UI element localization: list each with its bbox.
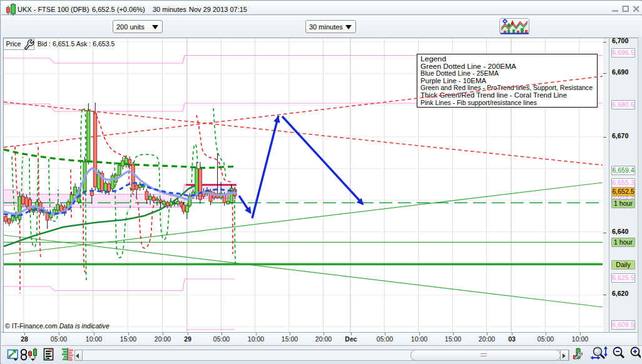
- svg-text:Green and Red lines - ProTrend: Green and Red lines - ProTrend lines, Su…: [420, 84, 593, 91]
- svg-text:Price: Price: [6, 40, 21, 48]
- svg-text:Legend: Legend: [420, 55, 446, 63]
- svg-text:Bid : 6,651.5 Ask : 6,653.5: Bid : 6,651.5 Ask : 6,653.5: [38, 40, 115, 48]
- svg-text:Purple Line - 10EMA: Purple Line - 10EMA: [420, 77, 487, 84]
- svg-text:Pink Lines - Fib support/resis: Pink Lines - Fib support/resistance line…: [420, 99, 537, 106]
- svg-text:© IT-Finance.com Data is indi: © IT-Finance.com Data is indicative: [5, 322, 110, 330]
- svg-text:Thick Green/Red Trend line - C: Thick Green/Red Trend line - Coral Trend…: [420, 91, 567, 99]
- svg-text:Green Dotted Line - 200EMA: Green Dotted Line - 200EMA: [420, 63, 517, 70]
- svg-text:Blue Dotted Line - 25EMA: Blue Dotted Line - 25EMA: [420, 69, 499, 77]
